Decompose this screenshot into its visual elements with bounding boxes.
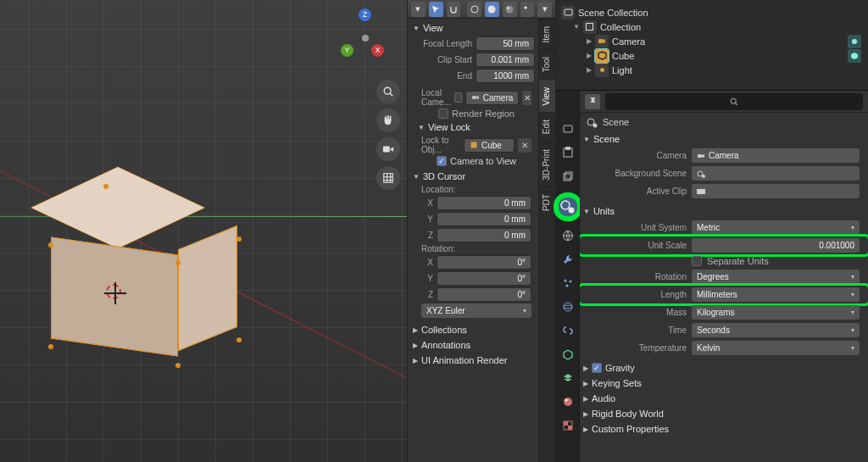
tab-item[interactable]: Item [539, 19, 555, 49]
local-camera-checkbox[interactable] [454, 92, 462, 103]
clear-local-camera[interactable]: ✕ [522, 91, 531, 105]
svg-point-12 [523, 5, 531, 13]
section-rigid-body-world[interactable]: ▶Rigid Body World [580, 406, 868, 421]
svg-point-35 [565, 399, 567, 402]
section-gravity[interactable]: ▶✓Gravity [580, 360, 868, 376]
svg-rect-21 [564, 125, 572, 132]
gizmo-y[interactable]: Y [341, 44, 353, 57]
section-audio[interactable]: ▶Audio [580, 391, 868, 406]
cursor-location-label: Location: [421, 185, 531, 194]
subsection-view-lock[interactable]: ▼View Lock [409, 120, 537, 135]
gravity-checkbox[interactable]: ✓ [592, 363, 602, 373]
length-unit-select[interactable]: Millimeters [692, 287, 860, 302]
time-unit-select[interactable]: Seconds [692, 323, 860, 337]
cursor-z-field[interactable]: 0 mm [437, 228, 531, 242]
ptab-viewlayer-icon[interactable] [559, 167, 577, 186]
properties-pin-icon[interactable] [585, 94, 600, 109]
unit-system-select[interactable]: Metric [692, 220, 860, 235]
cursor-y-field[interactable]: 0 mm [437, 212, 531, 226]
tab-view[interactable]: View [539, 80, 555, 113]
lock-to-object-field[interactable]: Cube [464, 138, 515, 153]
ptab-particles-icon[interactable] [559, 274, 577, 292]
bg-scene-field[interactable] [692, 166, 860, 181]
ptab-scene-icon[interactable] [559, 198, 577, 216]
perspective-toggle-icon[interactable] [376, 166, 400, 190]
temperature-unit-select[interactable]: Kelvin [692, 341, 860, 355]
orientation-gizmo[interactable]: Z X Y [337, 10, 397, 70]
ptab-physics-icon[interactable] [559, 298, 577, 316]
section-collections[interactable]: ▶Collections [409, 322, 537, 337]
rotation-unit-select[interactable]: Degrees [692, 270, 860, 284]
shading-wire-icon[interactable] [467, 2, 481, 17]
clip-start-field[interactable]: 0.001 mm [476, 53, 535, 67]
section-3d-cursor[interactable]: ▼3D Cursor [409, 169, 537, 184]
overlay-dropdown-icon[interactable]: ▾ [537, 2, 552, 17]
unit-scale-field[interactable]: 0.001000 [692, 238, 860, 253]
section-annotations[interactable]: ▶Annotations [409, 337, 537, 353]
section-scene-props[interactable]: ▼Scene [580, 131, 868, 147]
properties-search-input[interactable] [605, 93, 863, 110]
cursor-x-field[interactable]: 0 mm [437, 196, 531, 210]
header-dropdown-icon[interactable]: ▾ [411, 2, 426, 17]
tab-tool[interactable]: Tool [539, 49, 555, 79]
cursor-rz-field[interactable]: 0° [437, 287, 531, 302]
cube-mesh[interactable] [51, 212, 182, 344]
ptab-mesh-icon[interactable] [559, 345, 577, 364]
outliner[interactable]: Scene Collection ▼Collection ▶Camera ▶Cu… [556, 0, 868, 91]
3d-viewport[interactable]: Z X Y [0, 0, 407, 462]
mass-unit-select[interactable]: Kilograms [692, 305, 860, 320]
tab-3d-print[interactable]: 3D-Print [539, 142, 555, 187]
collection-label[interactable]: Collection [600, 22, 641, 32]
properties-panel: Scene ▼Scene CameraCamera Background Sce… [580, 91, 868, 462]
tab-pdt[interactable]: PDT [539, 186, 555, 218]
section-keying-sets[interactable]: ▶Keying Sets [580, 376, 868, 391]
cursor-rotation-mode-select[interactable]: XYZ Euler [421, 303, 531, 318]
ptab-wrench-icon[interactable] [559, 250, 577, 269]
clip-end-field[interactable]: 1000 mm [476, 69, 535, 83]
clear-lock-object[interactable]: ✕ [518, 138, 531, 153]
cursor-tool-icon[interactable] [429, 2, 443, 17]
shading-material-icon[interactable] [503, 2, 517, 17]
camera-visibility-icon[interactable] [848, 35, 861, 48]
local-camera-field[interactable]: Camera [465, 91, 520, 105]
render-region-checkbox[interactable] [438, 109, 448, 119]
ptab-material-icon[interactable] [559, 392, 577, 411]
outliner-cube[interactable]: Cube [612, 51, 634, 61]
light-item-icon [595, 64, 609, 77]
gizmo-z[interactable]: Z [359, 8, 371, 21]
ptab-output-icon[interactable] [559, 143, 577, 162]
outliner-camera[interactable]: Camera [612, 36, 645, 47]
ptab-render-icon[interactable] [559, 120, 577, 138]
camera-to-view-checkbox[interactable]: ✓ [437, 156, 447, 166]
snap-icon[interactable] [447, 2, 461, 17]
render-region-label: Render Region [452, 109, 515, 119]
properties-tab-bar [556, 91, 580, 462]
shading-solid-icon[interactable] [485, 2, 499, 17]
cursor-ry-field[interactable]: 0° [437, 271, 531, 286]
viewport-header: ▾ ▾ [408, 0, 555, 19]
ptab-texture-icon[interactable] [559, 416, 577, 435]
svg-rect-16 [565, 9, 572, 15]
svg-rect-3 [384, 174, 393, 183]
ptab-constraints-icon[interactable] [559, 321, 577, 340]
breadcrumb-scene: Scene [603, 117, 629, 127]
section-custom-properties[interactable]: ▶Custom Properties [580, 421, 868, 437]
zoom-icon[interactable] [376, 80, 400, 103]
ptab-world-icon[interactable] [559, 226, 577, 245]
section-view[interactable]: ▼View [409, 20, 537, 36]
pan-icon[interactable] [376, 109, 400, 132]
focal-length-field[interactable]: 50 mm [476, 36, 535, 51]
camera-view-icon[interactable] [376, 137, 400, 161]
active-clip-field[interactable] [692, 184, 860, 198]
cube-visibility-icon[interactable] [848, 49, 861, 63]
ptab-modifier-icon[interactable] [559, 369, 577, 387]
section-units[interactable]: ▼Units [580, 203, 868, 219]
scene-camera-field[interactable]: Camera [692, 148, 860, 163]
gizmo-x[interactable]: X [371, 44, 384, 57]
section-ui-animation-render[interactable]: ▶UI Animation Render [409, 353, 537, 368]
cursor-rx-field[interactable]: 0° [437, 255, 531, 270]
shading-rendered-icon[interactable] [520, 2, 535, 17]
separate-units-checkbox[interactable] [692, 256, 702, 266]
outliner-light[interactable]: Light [612, 65, 632, 75]
tab-edit[interactable]: Edit [539, 112, 555, 141]
